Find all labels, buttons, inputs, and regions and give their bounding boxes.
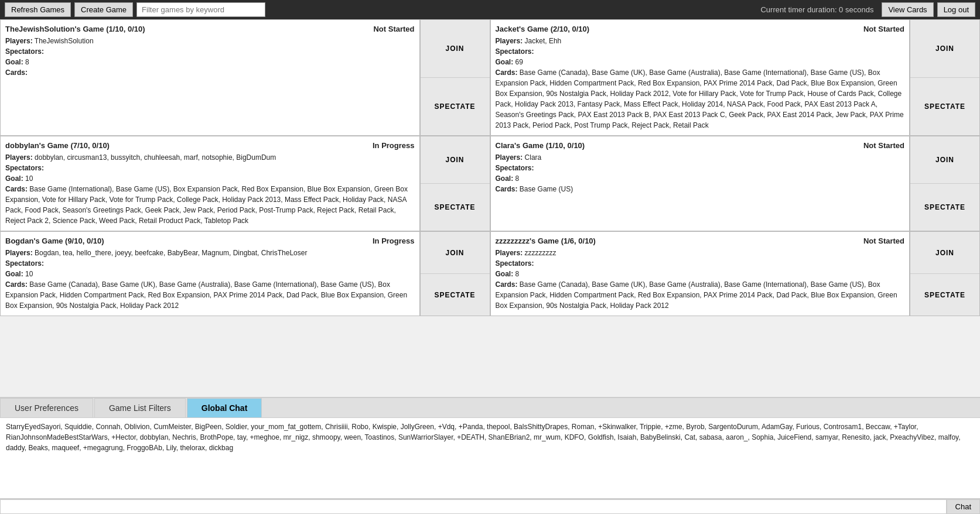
game-title-6: zzzzzzzzz's Game (1/6, 0/10) bbox=[496, 237, 596, 245]
cards-2: Cards: Base Game (Canada), Base Game (UK… bbox=[496, 68, 904, 129]
game-info-6: Players: zzzzzzzzz Spectators: Goal: 8 C… bbox=[496, 248, 905, 311]
spectate-button-3[interactable]: SPECTATE bbox=[421, 184, 490, 231]
goal-label-1: Goal: 8 bbox=[5, 58, 29, 66]
spectators-label-1: Spectators: bbox=[5, 47, 44, 56]
games-row-3: Bogdan's Game (9/10, 0/10) In Progress P… bbox=[0, 231, 980, 316]
game-card-6: zzzzzzzzz's Game (1/6, 0/10) Not Started… bbox=[490, 231, 910, 316]
players-5: Players: Bogdan, tea, hello_there, joeyy… bbox=[5, 249, 307, 257]
goal-3: Goal: 10 bbox=[5, 174, 33, 183]
join-button-3[interactable]: JOIN bbox=[421, 136, 490, 184]
games-row-2: dobbylan's Game (7/10, 0/10) In Progress… bbox=[0, 136, 980, 231]
cards-5: Cards: Base Game (Canada), Base Game (UK… bbox=[5, 280, 407, 310]
spectate-button-2[interactable]: SPECTATE bbox=[910, 78, 979, 135]
players-label-1: Players: TheJewishSolution bbox=[5, 37, 94, 45]
spectators-2: Spectators: bbox=[496, 47, 534, 56]
game-status-2: Not Started bbox=[863, 25, 904, 33]
filter-input[interactable] bbox=[136, 2, 265, 17]
cards-3: Cards: Base Game (International), Base G… bbox=[5, 185, 408, 225]
game-actions-1: JOIN SPECTATE bbox=[420, 19, 490, 136]
game-title-4: Clara's Game (1/10, 0/10) bbox=[496, 141, 585, 150]
game-actions-4: JOIN SPECTATE bbox=[910, 136, 980, 231]
game-info-4: Players: Clara Spectators: Goal: 8 Cards… bbox=[496, 152, 905, 194]
join-button-4[interactable]: JOIN bbox=[910, 136, 979, 184]
cards-4: Cards: Base Game (US) bbox=[496, 185, 573, 193]
game-actions-3: JOIN SPECTATE bbox=[420, 136, 490, 231]
goal-6: Goal: 8 bbox=[496, 270, 520, 278]
game-card-5: Bogdan's Game (9/10, 0/10) In Progress P… bbox=[0, 231, 420, 316]
game-header-4: Clara's Game (1/10, 0/10) Not Started bbox=[496, 141, 905, 150]
view-cards-button[interactable]: View Cards bbox=[882, 2, 933, 17]
game-status-6: Not Started bbox=[863, 237, 904, 245]
games-row-1: TheJewishSolution's Game (1/10, 0/10) No… bbox=[0, 19, 980, 136]
cards-6: Cards: Base Game (Canada), Base Game (UK… bbox=[496, 280, 897, 310]
game-header-1: TheJewishSolution's Game (1/10, 0/10) No… bbox=[5, 25, 415, 33]
spectators-6: Spectators: bbox=[496, 259, 534, 268]
create-game-button[interactable]: Create Game bbox=[74, 2, 133, 17]
game-actions-2: JOIN SPECTATE bbox=[910, 19, 980, 136]
spectators-5: Spectators: bbox=[5, 259, 44, 268]
games-list: TheJewishSolution's Game (1/10, 0/10) No… bbox=[0, 19, 980, 394]
game-card-3: dobbylan's Game (7/10, 0/10) In Progress… bbox=[0, 136, 420, 231]
topbar: Refresh Games Create Game Current timer … bbox=[0, 0, 980, 19]
game-header-3: dobbylan's Game (7/10, 0/10) In Progress bbox=[5, 141, 415, 150]
cards-label-1: Cards: bbox=[5, 68, 28, 77]
game-title-2: Jacket's Game (2/10, 0/10) bbox=[496, 25, 590, 33]
game-title-3: dobbylan's Game (7/10, 0/10) bbox=[5, 141, 110, 150]
spectate-button-5[interactable]: SPECTATE bbox=[421, 274, 490, 316]
game-card-2: Jacket's Game (2/10, 0/10) Not Started P… bbox=[490, 19, 910, 136]
players-4: Players: Clara bbox=[496, 153, 542, 162]
timer-text: Current timer duration: 0 seconds bbox=[760, 5, 873, 14]
game-status-4: Not Started bbox=[863, 141, 904, 150]
game-status-5: In Progress bbox=[373, 237, 415, 245]
topbar-right-buttons: View Cards Log out bbox=[882, 2, 975, 17]
goal-4: Goal: 8 bbox=[496, 174, 520, 183]
game-card-4: Clara's Game (1/10, 0/10) Not Started Pl… bbox=[490, 136, 910, 231]
spectate-button-1[interactable]: SPECTATE bbox=[421, 78, 490, 135]
spectators-4: Spectators: bbox=[496, 164, 534, 172]
game-card-1: TheJewishSolution's Game (1/10, 0/10) No… bbox=[0, 19, 420, 136]
join-button-5[interactable]: JOIN bbox=[421, 232, 490, 274]
game-info-5: Players: Bogdan, tea, hello_there, joeyy… bbox=[5, 248, 415, 311]
game-info-3: Players: dobbylan, circusman13, bussyitc… bbox=[5, 152, 415, 226]
game-status-3: In Progress bbox=[373, 141, 415, 150]
game-status-1: Not Started bbox=[373, 25, 414, 33]
game-info-1: Players: TheJewishSolution Spectators: G… bbox=[5, 36, 415, 78]
spectate-button-6[interactable]: SPECTATE bbox=[910, 274, 979, 316]
players-2: Players: Jacket, Ehh bbox=[496, 37, 562, 45]
log-out-button[interactable]: Log out bbox=[937, 2, 975, 17]
join-button-6[interactable]: JOIN bbox=[910, 232, 979, 274]
goal-5: Goal: 10 bbox=[5, 270, 33, 278]
game-header-5: Bogdan's Game (9/10, 0/10) In Progress bbox=[5, 237, 415, 245]
game-title-5: Bogdan's Game (9/10, 0/10) bbox=[5, 237, 104, 245]
game-info-2: Players: Jacket, Ehh Spectators: Goal: 6… bbox=[496, 36, 905, 131]
game-actions-6: JOIN SPECTATE bbox=[910, 231, 980, 316]
join-button-1[interactable]: JOIN bbox=[421, 20, 490, 78]
players-3: Players: dobbylan, circusman13, bussyitc… bbox=[5, 153, 276, 162]
game-title-1: TheJewishSolution's Game (1/10, 0/10) bbox=[5, 25, 145, 33]
game-header-6: zzzzzzzzz's Game (1/6, 0/10) Not Started bbox=[496, 237, 905, 245]
players-6: Players: zzzzzzzzz bbox=[496, 249, 556, 257]
game-actions-5: JOIN SPECTATE bbox=[420, 231, 490, 316]
goal-2: Goal: 69 bbox=[496, 58, 523, 66]
refresh-games-button[interactable]: Refresh Games bbox=[5, 2, 71, 17]
join-button-2[interactable]: JOIN bbox=[910, 20, 979, 78]
spectate-button-4[interactable]: SPECTATE bbox=[910, 184, 979, 231]
game-header-2: Jacket's Game (2/10, 0/10) Not Started bbox=[496, 25, 905, 33]
spectators-3: Spectators: bbox=[5, 164, 44, 172]
